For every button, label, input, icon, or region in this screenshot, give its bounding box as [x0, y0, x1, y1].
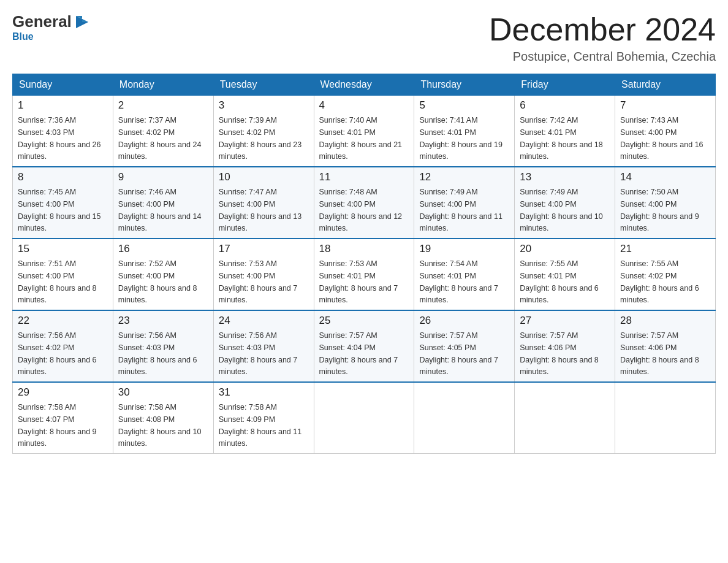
day-info: Sunrise: 7:55 AMSunset: 4:02 PMDaylight:… — [620, 259, 699, 304]
calendar-cell — [615, 382, 716, 454]
day-number: 10 — [219, 171, 309, 183]
day-number: 29 — [18, 386, 108, 399]
day-info: Sunrise: 7:40 AMSunset: 4:01 PMDaylight:… — [319, 116, 403, 161]
calendar-cell: 20 Sunrise: 7:55 AMSunset: 4:01 PMDaylig… — [515, 239, 615, 310]
calendar-cell: 4 Sunrise: 7:40 AMSunset: 4:01 PMDayligh… — [314, 96, 414, 167]
day-info: Sunrise: 7:52 AMSunset: 4:00 PMDaylight:… — [118, 259, 197, 304]
logo-flag-icon — [72, 15, 92, 29]
day-info: Sunrise: 7:53 AMSunset: 4:01 PMDaylight:… — [319, 259, 398, 304]
day-number: 30 — [118, 386, 208, 399]
calendar-cell: 21 Sunrise: 7:55 AMSunset: 4:02 PMDaylig… — [615, 239, 716, 310]
calendar-week-row: 15 Sunrise: 7:51 AMSunset: 4:00 PMDaylig… — [13, 239, 716, 310]
day-info: Sunrise: 7:57 AMSunset: 4:05 PMDaylight:… — [419, 331, 498, 376]
page-header: General Blue December 2024 Postupice, Ce… — [12, 12, 716, 64]
day-number: 18 — [319, 243, 409, 255]
day-number: 12 — [419, 171, 509, 183]
day-number: 1 — [18, 99, 108, 112]
day-number: 26 — [419, 315, 509, 327]
day-number: 8 — [18, 171, 108, 183]
day-info: Sunrise: 7:53 AMSunset: 4:00 PMDaylight:… — [219, 259, 298, 304]
calendar-cell — [314, 382, 414, 454]
logo: General Blue — [12, 12, 93, 42]
col-monday: Monday — [113, 74, 213, 96]
day-number: 22 — [18, 315, 108, 327]
calendar-cell: 16 Sunrise: 7:52 AMSunset: 4:00 PMDaylig… — [113, 239, 213, 310]
header-row: Sunday Monday Tuesday Wednesday Thursday… — [13, 74, 716, 96]
day-info: Sunrise: 7:37 AMSunset: 4:02 PMDaylight:… — [118, 116, 202, 161]
col-tuesday: Tuesday — [213, 74, 314, 96]
calendar-cell: 1 Sunrise: 7:36 AMSunset: 4:03 PMDayligh… — [13, 96, 113, 167]
day-number: 16 — [118, 243, 208, 255]
calendar-cell: 6 Sunrise: 7:42 AMSunset: 4:01 PMDayligh… — [515, 96, 615, 167]
calendar-cell: 25 Sunrise: 7:57 AMSunset: 4:04 PMDaylig… — [314, 310, 414, 382]
day-info: Sunrise: 7:54 AMSunset: 4:01 PMDaylight:… — [419, 259, 498, 304]
calendar-cell: 5 Sunrise: 7:41 AMSunset: 4:01 PMDayligh… — [414, 96, 515, 167]
day-number: 23 — [118, 315, 208, 327]
day-number: 19 — [419, 243, 509, 255]
calendar-cell: 23 Sunrise: 7:56 AMSunset: 4:03 PMDaylig… — [113, 310, 213, 382]
logo-blue-text: Blue — [12, 31, 34, 42]
day-info: Sunrise: 7:36 AMSunset: 4:03 PMDaylight:… — [18, 116, 101, 161]
calendar-cell: 17 Sunrise: 7:53 AMSunset: 4:00 PMDaylig… — [213, 239, 314, 310]
calendar-cell: 15 Sunrise: 7:51 AMSunset: 4:00 PMDaylig… — [13, 239, 113, 310]
col-sunday: Sunday — [13, 74, 113, 96]
calendar-cell: 9 Sunrise: 7:46 AMSunset: 4:00 PMDayligh… — [113, 167, 213, 239]
day-number: 28 — [620, 315, 710, 327]
calendar-week-row: 1 Sunrise: 7:36 AMSunset: 4:03 PMDayligh… — [13, 96, 716, 167]
day-number: 15 — [18, 243, 108, 255]
day-info: Sunrise: 7:56 AMSunset: 4:02 PMDaylight:… — [18, 331, 97, 376]
calendar-week-row: 29 Sunrise: 7:58 AMSunset: 4:07 PMDaylig… — [13, 382, 716, 454]
day-number: 27 — [520, 315, 610, 327]
calendar-cell: 30 Sunrise: 7:58 AMSunset: 4:08 PMDaylig… — [113, 382, 213, 454]
day-info: Sunrise: 7:45 AMSunset: 4:00 PMDaylight:… — [18, 188, 101, 232]
calendar-title: December 2024 — [489, 12, 716, 47]
day-info: Sunrise: 7:49 AMSunset: 4:00 PMDaylight:… — [520, 188, 603, 232]
day-info: Sunrise: 7:41 AMSunset: 4:01 PMDaylight:… — [419, 116, 502, 161]
day-number: 5 — [419, 99, 509, 112]
calendar-cell: 18 Sunrise: 7:53 AMSunset: 4:01 PMDaylig… — [314, 239, 414, 310]
calendar-subtitle: Postupice, Central Bohemia, Czechia — [489, 50, 716, 64]
calendar-cell: 19 Sunrise: 7:54 AMSunset: 4:01 PMDaylig… — [414, 239, 515, 310]
day-info: Sunrise: 7:46 AMSunset: 4:00 PMDaylight:… — [118, 188, 202, 232]
day-info: Sunrise: 7:55 AMSunset: 4:01 PMDaylight:… — [520, 259, 599, 304]
day-number: 24 — [219, 315, 309, 327]
day-number: 6 — [520, 99, 610, 112]
day-number: 21 — [620, 243, 710, 255]
day-info: Sunrise: 7:48 AMSunset: 4:00 PMDaylight:… — [319, 188, 403, 232]
calendar-cell: 10 Sunrise: 7:47 AMSunset: 4:00 PMDaylig… — [213, 167, 314, 239]
day-number: 3 — [219, 99, 309, 112]
logo-general-text: General — [12, 12, 72, 31]
day-info: Sunrise: 7:58 AMSunset: 4:08 PMDaylight:… — [118, 403, 202, 448]
calendar-cell — [414, 382, 515, 454]
calendar-cell: 26 Sunrise: 7:57 AMSunset: 4:05 PMDaylig… — [414, 310, 515, 382]
day-info: Sunrise: 7:39 AMSunset: 4:02 PMDaylight:… — [219, 116, 302, 161]
day-info: Sunrise: 7:43 AMSunset: 4:00 PMDaylight:… — [620, 116, 703, 161]
day-info: Sunrise: 7:47 AMSunset: 4:00 PMDaylight:… — [219, 188, 302, 232]
day-info: Sunrise: 7:57 AMSunset: 4:06 PMDaylight:… — [620, 331, 699, 376]
day-info: Sunrise: 7:42 AMSunset: 4:01 PMDaylight:… — [520, 116, 603, 161]
calendar-cell: 12 Sunrise: 7:49 AMSunset: 4:00 PMDaylig… — [414, 167, 515, 239]
day-number: 31 — [219, 386, 309, 399]
col-friday: Friday — [515, 74, 615, 96]
day-number: 20 — [520, 243, 610, 255]
day-number: 13 — [520, 171, 610, 183]
calendar-cell: 29 Sunrise: 7:58 AMSunset: 4:07 PMDaylig… — [13, 382, 113, 454]
day-info: Sunrise: 7:51 AMSunset: 4:00 PMDaylight:… — [18, 259, 97, 304]
calendar-week-row: 8 Sunrise: 7:45 AMSunset: 4:00 PMDayligh… — [13, 167, 716, 239]
calendar-cell: 13 Sunrise: 7:49 AMSunset: 4:00 PMDaylig… — [515, 167, 615, 239]
calendar-cell: 28 Sunrise: 7:57 AMSunset: 4:06 PMDaylig… — [615, 310, 716, 382]
calendar-cell: 3 Sunrise: 7:39 AMSunset: 4:02 PMDayligh… — [213, 96, 314, 167]
calendar-cell: 2 Sunrise: 7:37 AMSunset: 4:02 PMDayligh… — [113, 96, 213, 167]
day-number: 14 — [620, 171, 710, 183]
title-block: December 2024 Postupice, Central Bohemia… — [489, 12, 716, 64]
day-number: 7 — [620, 99, 710, 112]
calendar-cell: 8 Sunrise: 7:45 AMSunset: 4:00 PMDayligh… — [13, 167, 113, 239]
day-number: 4 — [319, 99, 409, 112]
day-info: Sunrise: 7:57 AMSunset: 4:06 PMDaylight:… — [520, 331, 599, 376]
calendar-table: Sunday Monday Tuesday Wednesday Thursday… — [12, 74, 716, 454]
day-number: 25 — [319, 315, 409, 327]
col-saturday: Saturday — [615, 74, 716, 96]
calendar-cell: 24 Sunrise: 7:56 AMSunset: 4:03 PMDaylig… — [213, 310, 314, 382]
calendar-cell: 7 Sunrise: 7:43 AMSunset: 4:00 PMDayligh… — [615, 96, 716, 167]
calendar-cell: 27 Sunrise: 7:57 AMSunset: 4:06 PMDaylig… — [515, 310, 615, 382]
